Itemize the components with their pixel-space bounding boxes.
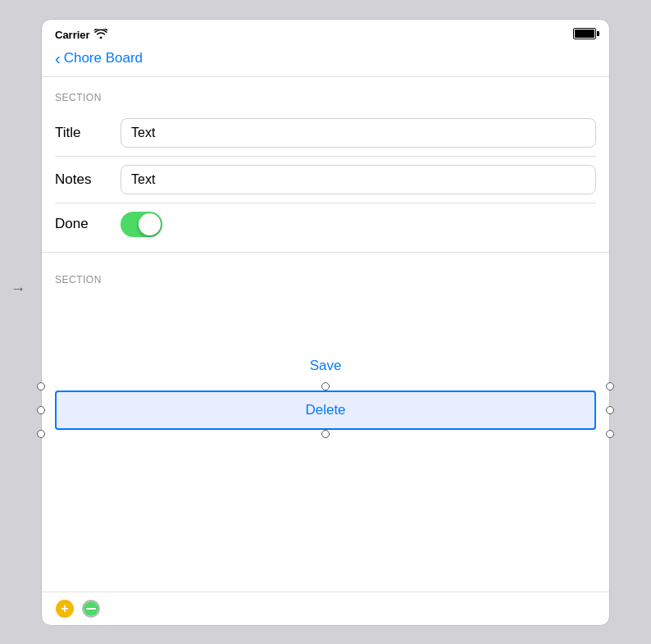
title-input[interactable] bbox=[121, 118, 596, 148]
save-container: Save bbox=[42, 341, 609, 387]
handle-tr bbox=[606, 382, 614, 391]
delete-label: Delete bbox=[305, 402, 345, 418]
separator-3 bbox=[42, 252, 609, 253]
notes-label: Notes bbox=[55, 171, 121, 188]
handle-ml bbox=[37, 406, 45, 414]
back-chevron-icon: ‹ bbox=[55, 50, 61, 66]
handle-tl bbox=[37, 382, 45, 391]
bottom-toolbar: + bbox=[42, 591, 609, 625]
notes-row: Notes bbox=[42, 157, 609, 203]
delete-button[interactable]: Delete bbox=[55, 391, 596, 430]
battery-indicator bbox=[573, 28, 596, 42]
notes-input[interactable] bbox=[121, 165, 596, 194]
nav-bar: ‹ Chore Board bbox=[42, 47, 609, 77]
section1-header: SECTION bbox=[42, 77, 609, 110]
done-toggle[interactable] bbox=[121, 212, 162, 237]
done-label: Done bbox=[55, 216, 121, 232]
add-item-button[interactable]: + bbox=[55, 599, 75, 619]
spacer bbox=[42, 292, 609, 341]
save-button[interactable]: Save bbox=[310, 358, 342, 374]
remove-item-button[interactable] bbox=[81, 599, 101, 619]
handle-bl bbox=[37, 430, 45, 438]
handle-br bbox=[606, 430, 614, 438]
back-label: Chore Board bbox=[64, 50, 143, 66]
done-row: Done bbox=[42, 203, 609, 245]
wifi-icon bbox=[94, 29, 107, 41]
handle-tc bbox=[321, 382, 330, 391]
title-label: Title bbox=[55, 125, 121, 141]
section2-header: SECTION bbox=[42, 259, 609, 292]
device-frame: Carrier ‹ Chore Board bbox=[41, 19, 610, 626]
title-row: Title bbox=[42, 110, 609, 156]
handle-bc bbox=[321, 430, 330, 438]
status-bar: Carrier bbox=[42, 20, 609, 47]
section-arrow: → bbox=[11, 281, 25, 298]
carrier-label: Carrier bbox=[55, 29, 90, 41]
main-content: → SECTION Title Notes Done SECTION bbox=[42, 77, 609, 602]
handle-mr bbox=[606, 406, 614, 414]
back-button[interactable]: ‹ Chore Board bbox=[55, 50, 143, 66]
status-left: Carrier bbox=[55, 29, 107, 41]
svg-text:+: + bbox=[61, 601, 68, 615]
delete-container: Delete bbox=[42, 387, 609, 433]
